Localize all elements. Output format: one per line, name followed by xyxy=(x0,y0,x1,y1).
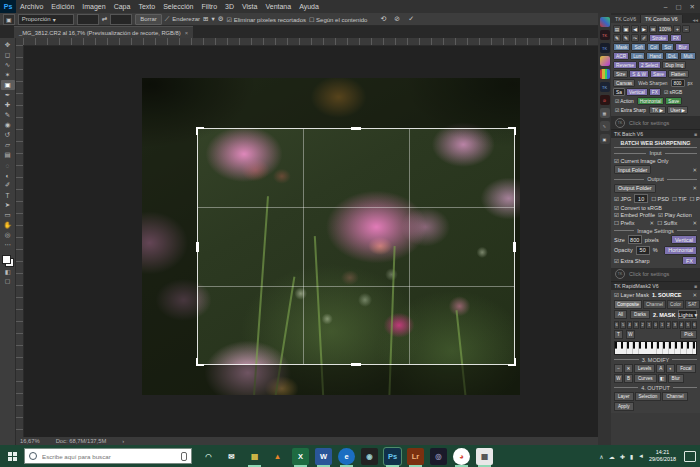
zone-button[interactable]: 6 xyxy=(614,321,619,329)
move-tool[interactable]: ✥ xyxy=(1,40,15,50)
tk-combo-button[interactable]: Save xyxy=(665,97,682,105)
panel-rail-icon-pen[interactable]: ✎ xyxy=(600,121,610,131)
output-button[interactable]: Apply xyxy=(614,402,634,411)
menu-item[interactable]: Filtro xyxy=(198,3,222,10)
clear-input-folder-icon[interactable]: ✕ xyxy=(692,167,697,173)
onedrive-icon[interactable]: ☁ xyxy=(609,453,615,460)
crop-handle-bottom[interactable] xyxy=(351,363,361,366)
tk-combo-button[interactable]: ☑ Action xyxy=(613,97,636,105)
clear-suffix-icon[interactable]: ✕ xyxy=(692,220,697,226)
tk-combo-button[interactable]: Canvas xyxy=(613,79,635,87)
panel-rail-icon-grid[interactable]: ▦ xyxy=(600,108,610,118)
collapse-panel-icon[interactable]: ◂◂ xyxy=(692,17,700,23)
convert-srgb-checkbox[interactable]: ☑ Convert to sRGB xyxy=(614,205,662,211)
dodge-tool[interactable]: ◐ xyxy=(1,170,15,180)
pick-button[interactable]: Pick xyxy=(680,330,697,339)
modify-button[interactable]: Blur xyxy=(668,374,684,383)
tk-combo-button[interactable]: ▤ xyxy=(613,25,621,33)
minimize-button[interactable]: – xyxy=(664,3,668,11)
file-explorer-icon[interactable]: ▤ xyxy=(246,448,263,465)
eyedropper-tool[interactable]: ✒ xyxy=(1,90,15,100)
swap-dimensions-icon[interactable]: ⇄ xyxy=(102,15,107,23)
gear-icon[interactable]: ⚙ xyxy=(218,15,224,23)
tk-rail-icon-gradient[interactable] xyxy=(600,56,610,66)
dark-app-icon[interactable]: ◎ xyxy=(430,448,447,465)
pen-tool[interactable]: ✐ xyxy=(1,180,15,190)
cancel-crop-icon[interactable]: ⊘ xyxy=(394,15,400,23)
chevron-down-icon[interactable]: ▾ xyxy=(212,15,215,23)
output-button[interactable]: Selection xyxy=(635,392,662,401)
click-for-settings-bar[interactable]: TK Click for settings xyxy=(611,268,700,281)
extra-sharp-checkbox[interactable]: ☑ Extra Sharp xyxy=(614,258,650,264)
darks-button[interactable]: Darks xyxy=(630,310,650,319)
tk-combo-button[interactable]: Reverse xyxy=(613,61,637,69)
document-tab[interactable]: _MG_3812.CR2 al 16,7% (Previsualización … xyxy=(14,26,193,38)
chrome-icon[interactable]: ◕ xyxy=(453,448,470,465)
clear-prefix-icon[interactable]: ✕ xyxy=(650,220,655,226)
tk-combo-button[interactable]: ✎ xyxy=(613,34,621,42)
taskview-icon[interactable]: ◠ xyxy=(200,448,217,465)
opacity-field[interactable]: 50 xyxy=(636,246,650,255)
ratio-width-input[interactable] xyxy=(77,14,99,25)
crop-tool[interactable]: ▣ xyxy=(1,80,15,90)
crop-handle-bottom-left[interactable] xyxy=(196,358,204,366)
crop-box[interactable] xyxy=(197,128,515,365)
menu-item[interactable]: Ventana xyxy=(261,3,295,10)
search-input[interactable] xyxy=(40,452,178,461)
tray-expand-icon[interactable]: ∧ xyxy=(599,453,603,460)
foreground-color-swatch[interactable] xyxy=(2,255,11,264)
input-folder-button[interactable]: Input Folder xyxy=(614,165,651,174)
prefix-checkbox[interactable]: ☐ Prefix xyxy=(614,220,635,226)
tk-combo-button[interactable]: Size xyxy=(613,70,628,78)
clear-source-icon[interactable]: ✕ xyxy=(692,292,697,298)
menu-item[interactable]: Texto xyxy=(134,3,159,10)
gradient-tool[interactable]: ▤ xyxy=(1,150,15,160)
tk-combo-button[interactable]: Hand xyxy=(646,52,663,60)
fx-button[interactable]: FX xyxy=(682,256,697,265)
overlay-grid-icon[interactable]: ⊞ xyxy=(203,15,208,23)
tk-combo-button[interactable]: ☑ sRGB xyxy=(662,88,684,96)
zone-button[interactable]: 2 xyxy=(666,321,671,329)
output-button[interactable]: Channel xyxy=(662,392,687,401)
tk-combo-button[interactable]: ◀ xyxy=(631,25,639,33)
crop-handle-left[interactable] xyxy=(196,242,199,252)
path-selection-tool[interactable]: ➤ xyxy=(1,200,15,210)
tk-combo-button[interactable]: ACR xyxy=(613,52,629,60)
zoom-level[interactable]: 16,67% xyxy=(20,438,40,444)
tk-combo-button[interactable]: 100% xyxy=(658,25,672,33)
panel-menu-icon[interactable]: ≡ xyxy=(694,283,697,289)
close-button[interactable]: ✕ xyxy=(690,3,695,11)
toolbar-ellipsis[interactable]: ⋯ xyxy=(1,240,15,250)
panel-tab[interactable]: TK Combo V6 xyxy=(641,15,683,23)
hand-tool[interactable]: ✋ xyxy=(1,220,15,230)
embed-profile-checkbox[interactable]: ☑ Embed Profile xyxy=(614,212,655,218)
tk-combo-button[interactable]: 2 Select xyxy=(638,61,661,69)
photo-flowers[interactable] xyxy=(142,78,520,395)
delete-cropped-pixels-checkbox[interactable]: ☑ Eliminar píxeles recortados xyxy=(227,16,306,23)
tk-combo-button[interactable]: 800 xyxy=(671,79,685,87)
tk-combo-button[interactable]: Horizontal xyxy=(637,97,665,105)
tk-rail-icon-rainbow[interactable] xyxy=(600,69,610,79)
zone-button[interactable]: 5 xyxy=(685,321,690,329)
vlc-icon[interactable]: ▲ xyxy=(269,448,286,465)
zone-button[interactable]: 6 xyxy=(692,321,697,329)
menu-item[interactable]: Selección xyxy=(159,3,197,10)
tk-combo-button[interactable]: Col xyxy=(647,43,660,51)
canvas-area[interactable] xyxy=(16,38,598,437)
zone-button[interactable]: 3 xyxy=(672,321,677,329)
battery-icon[interactable]: ▮ xyxy=(630,453,633,460)
modify-button[interactable]: A xyxy=(656,364,665,373)
modify-button[interactable]: − xyxy=(614,364,623,373)
tk-combo-button[interactable]: px xyxy=(686,79,695,87)
modify-button[interactable]: ◐ xyxy=(666,364,675,373)
zone-piano-keys[interactable] xyxy=(614,341,697,355)
zone-button[interactable]: 1 xyxy=(659,321,664,329)
screen-mode-button[interactable]: ▢ xyxy=(1,276,15,285)
source-tab[interactable]: SAT xyxy=(685,300,700,309)
tk-combo-button[interactable]: Dup Img xyxy=(662,61,686,69)
tk-combo-button[interactable]: − xyxy=(682,25,690,33)
w-button[interactable]: W xyxy=(626,330,635,339)
zoom-tool[interactable]: ◎ xyxy=(1,230,15,240)
modify-button[interactable]: Levels xyxy=(634,364,655,373)
menu-item[interactable]: Imagen xyxy=(78,3,109,10)
